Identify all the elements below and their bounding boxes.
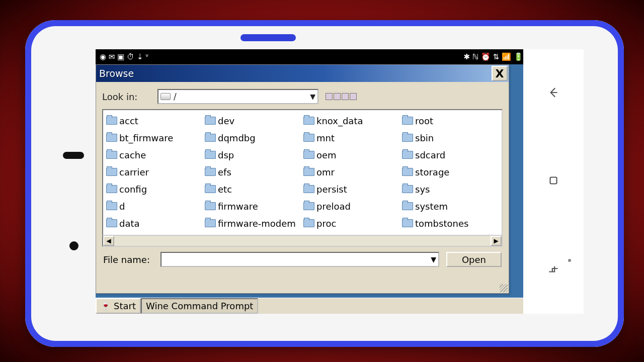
triangle-right-icon: ▶ xyxy=(494,237,498,244)
open-button-label: Open xyxy=(462,254,486,265)
folder-label: proc xyxy=(316,218,336,229)
folder-icon xyxy=(303,202,314,210)
folder-item[interactable]: firmware-modem xyxy=(204,215,302,232)
folder-item[interactable]: dqmdbg xyxy=(204,129,302,146)
browse-window: Browse X Look in: / ▼ xyxy=(96,64,509,294)
nav-recents-button[interactable] xyxy=(547,262,560,277)
scroll-right-button[interactable]: ▶ xyxy=(491,236,502,246)
horizontal-scrollbar[interactable]: ◀ ▶ xyxy=(102,236,503,247)
folder-item[interactable]: persist xyxy=(302,180,401,198)
folder-item[interactable]: etc xyxy=(204,180,302,198)
phone-screen: ◉ ✉ ▣ ⏱ ⇣ ᵛ ✱ ℕ ⏰ ⇅ 📶 🔋 7:45 PM Browse X… xyxy=(96,49,557,314)
folder-item[interactable]: firmware xyxy=(204,198,302,215)
folder-label: config xyxy=(119,184,147,195)
resize-grip[interactable] xyxy=(500,284,508,292)
status-right-icons: ✱ ℕ ⏰ ⇅ 📶 🔋 xyxy=(464,53,523,61)
folder-item[interactable]: sys xyxy=(401,180,500,198)
nav-home-button[interactable] xyxy=(547,174,560,189)
folder-label: omr xyxy=(316,167,335,177)
folder-icon xyxy=(106,219,117,227)
folder-label: preload xyxy=(316,201,351,212)
folder-label: bt_firmware xyxy=(119,133,173,143)
start-button[interactable]: 🍷 Start xyxy=(96,298,141,314)
folder-icon xyxy=(205,151,216,159)
scroll-left-button[interactable]: ◀ xyxy=(103,236,114,246)
folder-label: carrier xyxy=(119,167,149,177)
folder-label: d xyxy=(119,201,125,212)
folder-icon xyxy=(402,185,413,193)
folder-item[interactable]: dsp xyxy=(204,146,302,163)
folder-item[interactable]: tombstones xyxy=(401,215,500,232)
open-button[interactable]: Open xyxy=(446,252,502,267)
folder-item[interactable]: knox_data xyxy=(302,112,401,129)
file-list-pane[interactable]: acctbt_firmwarecachecarrierconfigddatade… xyxy=(102,109,503,236)
folder-label: mnt xyxy=(316,133,335,143)
folder-label: etc xyxy=(218,184,232,195)
folder-item[interactable]: oem xyxy=(302,146,401,163)
nav-back-button[interactable] xyxy=(547,86,560,101)
folder-icon xyxy=(106,134,117,142)
folder-label: sys xyxy=(415,184,430,195)
folder-item[interactable]: sbin xyxy=(401,129,500,146)
lookin-combo[interactable]: / ▼ xyxy=(157,89,318,104)
folder-item[interactable]: bt_firmware xyxy=(105,129,204,146)
folder-item[interactable]: proc xyxy=(302,215,401,232)
taskbar: 🍷 Start Wine Command Prompt xyxy=(96,298,557,314)
folder-item[interactable]: root xyxy=(401,112,500,129)
folder-label: root xyxy=(415,116,433,126)
folder-icon xyxy=(402,168,413,176)
folder-item[interactable]: sdcard xyxy=(401,146,500,163)
status-left-icons: ◉ ✉ ▣ ⏱ ⇣ ᵛ xyxy=(100,53,149,61)
folder-icon xyxy=(402,219,413,227)
lookin-row: Look in: / ▼ xyxy=(102,87,503,109)
chevron-down-icon: ▼ xyxy=(431,255,436,263)
folder-icon xyxy=(106,185,117,193)
folder-item[interactable]: carrier xyxy=(105,163,204,180)
nav-indicator-dot xyxy=(568,259,571,262)
folder-label: dqmdbg xyxy=(218,133,256,143)
folder-icon xyxy=(303,219,314,227)
folder-label: dsp xyxy=(218,150,234,160)
folder-item[interactable]: config xyxy=(105,180,204,198)
phone-speaker xyxy=(63,152,84,159)
folder-item[interactable]: efs xyxy=(204,163,302,180)
folder-item[interactable]: dev xyxy=(204,112,302,129)
folder-icon xyxy=(303,185,314,193)
filename-label: File name: xyxy=(103,254,153,265)
folder-item[interactable]: data xyxy=(105,215,204,232)
folder-icon xyxy=(303,151,314,159)
folder-item[interactable]: omr xyxy=(302,163,401,180)
phone-camera xyxy=(69,241,78,250)
folder-label: storage xyxy=(415,167,449,177)
close-button[interactable]: X xyxy=(492,66,508,81)
folder-icon xyxy=(402,151,413,159)
folder-label: acct xyxy=(119,116,138,126)
folder-label: efs xyxy=(218,167,231,177)
folder-label: sbin xyxy=(415,133,434,143)
svg-rect-0 xyxy=(550,177,557,184)
filename-row: File name: ▼ Open xyxy=(102,247,503,267)
folder-label: system xyxy=(415,201,448,212)
folder-icon xyxy=(106,202,117,210)
folder-label: firmware xyxy=(218,201,258,212)
window-title: Browse xyxy=(99,68,491,79)
folder-item[interactable]: system xyxy=(401,198,500,215)
folder-item[interactable]: acct xyxy=(105,112,204,129)
triangle-left-icon: ◀ xyxy=(106,237,111,244)
folder-item[interactable]: mnt xyxy=(302,129,401,146)
filename-combo[interactable]: ▼ xyxy=(160,252,439,267)
folder-icon xyxy=(402,202,413,210)
folder-icon xyxy=(205,219,216,227)
scroll-track[interactable] xyxy=(114,236,491,246)
folder-icon xyxy=(205,134,216,142)
folder-icon xyxy=(205,117,216,125)
folder-item[interactable]: d xyxy=(105,198,204,215)
window-titlebar[interactable]: Browse X xyxy=(96,65,509,82)
folder-item[interactable]: cache xyxy=(105,146,204,163)
taskbar-item[interactable]: Wine Command Prompt xyxy=(141,298,258,314)
view-mode-icons[interactable] xyxy=(326,93,357,100)
folder-item[interactable]: preload xyxy=(302,198,401,215)
phone-frame: ◉ ✉ ▣ ⏱ ⇣ ᵛ ✱ ℕ ⏰ ⇅ 📶 🔋 7:45 PM Browse X… xyxy=(25,20,624,347)
folder-item[interactable]: storage xyxy=(401,163,500,180)
folder-label: data xyxy=(119,218,140,229)
